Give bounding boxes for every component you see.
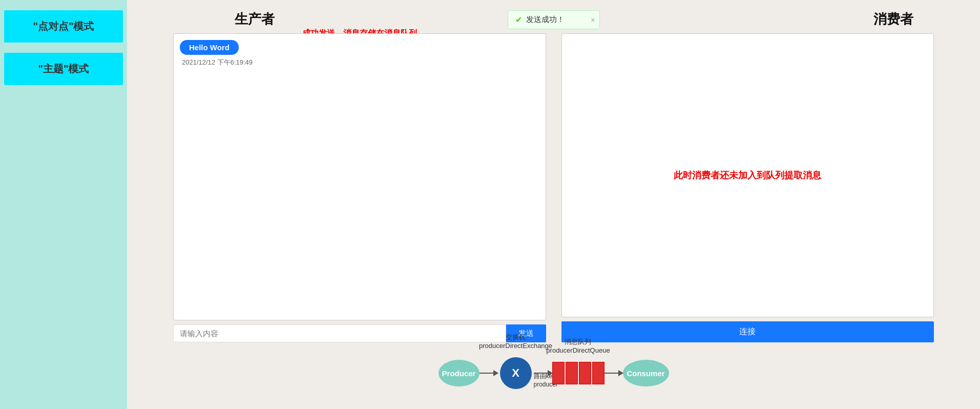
- arrow-producer-exchange: [479, 373, 498, 374]
- diagram-row: Producer 交换机 producerDirectExchange X 路由…: [142, 342, 965, 404]
- message-bubble: Hello Word: [180, 40, 239, 55]
- toast-notification: ✔ 发送成功！ ×: [508, 10, 600, 29]
- diagram-queue: 消息队列producerDirectQueue: [552, 362, 604, 384]
- consumer-message-box: 此时消费者还未加入到队列提取消息: [561, 33, 934, 317]
- exchange-label-top: 交换机 producerDirectExchange: [479, 333, 552, 350]
- producer-message-input[interactable]: [173, 324, 506, 342]
- connect-button[interactable]: 连接: [561, 321, 934, 342]
- diagram-producer-node: Producer: [439, 360, 479, 386]
- top-row: 生产者 ✔ 发送成功！ × 消费者: [142, 10, 965, 28]
- consumer-title: 消费者: [873, 10, 913, 28]
- producer-message-box: Hello Word 2021/12/12 下午6:19:49: [173, 33, 546, 320]
- diagram-consumer-node: Consumer: [623, 360, 669, 386]
- diagram: Producer 交换机 producerDirectExchange X 路由…: [439, 357, 669, 389]
- producer-panel: 成功发送，消息存储在消息队列 发送消息 Hello Word 2021/12/1…: [173, 33, 546, 342]
- consumer-panel: 此时消费者还未加入到队列提取消息 连接: [561, 33, 934, 342]
- toast-check-icon: ✔: [515, 15, 522, 25]
- topic-mode-button[interactable]: "主题"模式: [4, 53, 123, 85]
- point-to-point-mode-button[interactable]: "点对点"模式: [4, 10, 123, 43]
- queue-block-1: [552, 362, 565, 384]
- arrow-queue-consumer: [604, 373, 623, 374]
- queue-block-2: [566, 362, 578, 384]
- sidebar: "点对点"模式 "主题"模式: [0, 0, 127, 409]
- consumer-waiting-text: 此时消费者还未加入到队列提取消息: [674, 169, 821, 181]
- content-row: 成功发送，消息存储在消息队列 发送消息 Hello Word 2021/12/1…: [142, 33, 965, 342]
- queue-block-3: [579, 362, 591, 384]
- toast-text: 发送成功！: [526, 15, 565, 25]
- main-content: 生产者 ✔ 发送成功！ × 消费者 成功发送，消息存储在消息队列: [127, 0, 980, 409]
- arrow-exchange-queue: 路由keyproducer: [534, 373, 552, 374]
- queue-label-top: 消息队列producerDirectQueue: [546, 337, 610, 354]
- toast-close-button[interactable]: ×: [591, 16, 595, 24]
- message-time: 2021/12/12 下午6:19:49: [182, 58, 539, 67]
- queue-block-4: [592, 362, 604, 384]
- diagram-exchange-node: X: [500, 357, 532, 389]
- producer-title: 生产者: [235, 10, 275, 28]
- routing-key-section: 路由keyproducer: [534, 373, 552, 374]
